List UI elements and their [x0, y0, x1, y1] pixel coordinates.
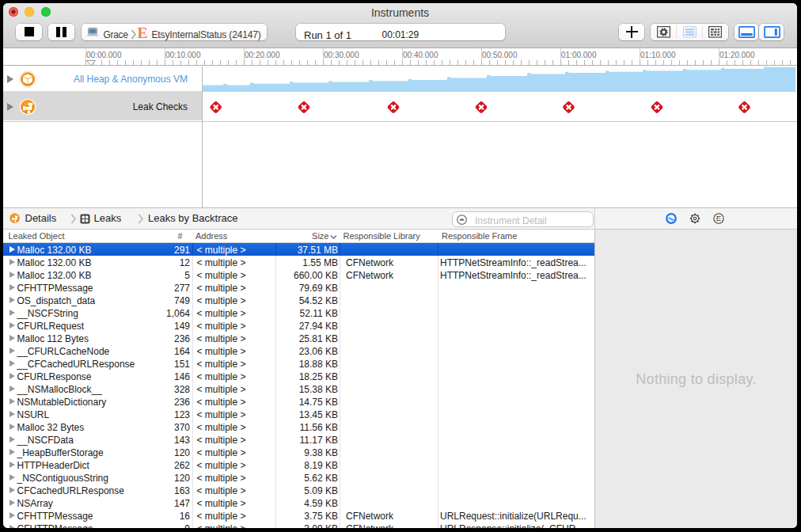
svg-text:E: E — [716, 214, 721, 222]
